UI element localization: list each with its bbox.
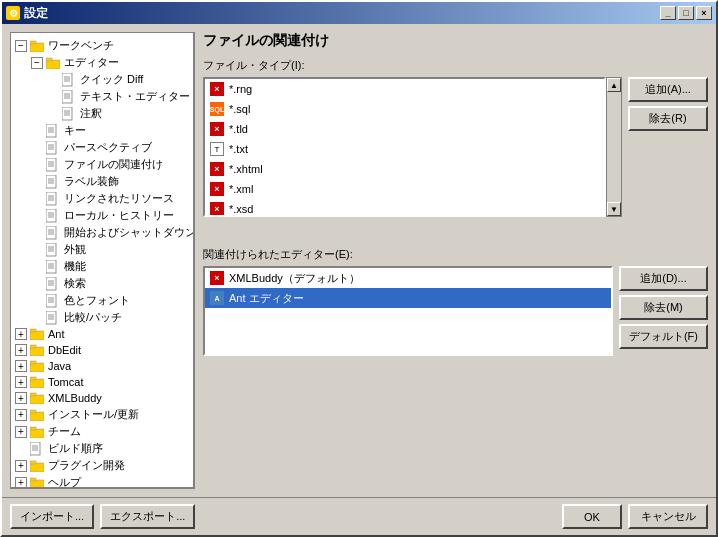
file-type-item[interactable]: ×*.tld [205, 119, 604, 139]
tree-leaf-spacer [31, 227, 43, 239]
file-type-label: *.sql [229, 103, 250, 115]
sidebar-item-label: エディター [64, 55, 119, 70]
file-type-item[interactable]: ×*.xml [205, 179, 604, 199]
sidebar-item-perspective[interactable]: パースペクティブ [11, 139, 193, 156]
file-type-item[interactable]: ×*.rng [205, 79, 604, 99]
minimize-button[interactable]: _ [660, 6, 676, 20]
file-type-label: *.xhtml [229, 163, 263, 175]
ok-button[interactable]: OK [562, 504, 622, 529]
tree-expand-icon[interactable]: + [15, 344, 27, 356]
sidebar-item-editor[interactable]: −エディター [11, 54, 193, 71]
sidebar-item-comparepatch[interactable]: 比較/パッチ [11, 309, 193, 326]
tree-expand-icon[interactable]: + [15, 360, 27, 372]
tree-leaf-spacer [31, 295, 43, 307]
cancel-button[interactable]: キャンセル [628, 504, 708, 529]
sidebar-item-java[interactable]: +Java [11, 358, 193, 374]
sidebar-item-texteditor[interactable]: テキスト・エディター [11, 88, 193, 105]
editor-item[interactable]: ×XMLBuddy（デフォルト） [205, 268, 611, 288]
file-type-icon: × [209, 201, 225, 217]
sidebar-item-comment[interactable]: 注釈 [11, 105, 193, 122]
sidebar-item-label: Tomcat [48, 376, 83, 388]
sidebar-item-quickdiff[interactable]: クイック Diff [11, 71, 193, 88]
sidebar-item-buildorder[interactable]: ビルド順序 [11, 440, 193, 457]
editor-icon: × [209, 270, 225, 286]
file-type-item[interactable]: ×*.xhtml [205, 159, 604, 179]
maximize-button[interactable]: □ [678, 6, 694, 20]
sidebar-item-plugindev[interactable]: +プラグイン開発 [11, 457, 193, 474]
tree-expand-icon[interactable]: + [15, 477, 27, 489]
file-type-item[interactable]: T*.txt [205, 139, 604, 159]
tree-item-icon [46, 226, 62, 240]
scrollbar-down[interactable]: ▼ [607, 202, 621, 216]
sidebar-item-ant[interactable]: +Ant [11, 326, 193, 342]
file-types-scrollbar[interactable]: ▲ ▼ [606, 77, 622, 217]
sidebar-item-label: 比較/パッチ [64, 310, 122, 325]
export-button[interactable]: エクスポート... [100, 504, 195, 529]
sidebar-item-dbedit[interactable]: +DbEdit [11, 342, 193, 358]
tree-expand-icon[interactable]: + [15, 376, 27, 388]
sidebar-item-labeldecorations[interactable]: ラベル装飾 [11, 173, 193, 190]
tree-expand-icon[interactable]: + [15, 460, 27, 472]
file-type-label: *.tld [229, 123, 248, 135]
file-type-item[interactable]: ×*.xsd [205, 199, 604, 217]
tree-leaf-spacer [31, 193, 43, 205]
tree-expand-icon[interactable]: + [15, 392, 27, 404]
file-types-list[interactable]: ×*.rngSQL*.sql×*.tldT*.txt×*.xhtml×*.xml… [203, 77, 606, 217]
sidebar-item-localhistory[interactable]: ローカル・ヒストリー [11, 207, 193, 224]
file-type-label: *.xsd [229, 203, 253, 215]
tree-expand-icon[interactable]: − [15, 40, 27, 52]
sidebar-item-label: 注釈 [80, 106, 102, 121]
sidebar-item-linkedresources[interactable]: リンクされたリソース [11, 190, 193, 207]
tree-leaf-spacer [31, 176, 43, 188]
sidebar-item-colorfonts[interactable]: 色とフォント [11, 292, 193, 309]
sidebar-item-label: リンクされたリソース [64, 191, 174, 206]
sidebar-item-label: ヘルプ [48, 475, 81, 489]
tree-leaf-spacer [47, 108, 59, 120]
sidebar-item-team[interactable]: +チーム [11, 423, 193, 440]
tree-item-icon [30, 391, 46, 405]
sidebar-item-appearance[interactable]: 外観 [11, 241, 193, 258]
sidebar-item-label: ファイルの関連付け [64, 157, 163, 172]
tree-expand-icon[interactable]: + [15, 409, 27, 421]
tree-expand-icon[interactable]: + [15, 328, 27, 340]
scrollbar-up[interactable]: ▲ [607, 78, 621, 92]
sidebar-item-functions[interactable]: 機能 [11, 258, 193, 275]
svg-rect-2 [46, 60, 60, 69]
add-filetype-button[interactable]: 追加(A)... [628, 77, 708, 102]
tree-item-icon [30, 343, 46, 357]
file-type-icon: T [209, 141, 225, 157]
sidebar-item-startupshutdown[interactable]: 開始およびシャットダウン [11, 224, 193, 241]
scrollbar-thumb[interactable] [607, 92, 621, 202]
tree-item-icon [30, 425, 46, 439]
default-editor-button[interactable]: デフォルト(F) [619, 324, 708, 349]
sidebar-item-label: 検索 [64, 276, 86, 291]
tree-leaf-spacer [31, 244, 43, 256]
svg-rect-66 [30, 347, 44, 356]
import-button[interactable]: インポート... [10, 504, 94, 529]
sidebar-item-keys[interactable]: キー [11, 122, 193, 139]
sidebar-item-label: プラグイン開発 [48, 458, 125, 473]
editors-list[interactable]: ×XMLBuddy（デフォルト）AAnt エディター [203, 266, 613, 356]
sidebar-item-xmlbuddy[interactable]: +XMLBuddy [11, 390, 193, 406]
remove-editor-button[interactable]: 除去(M) [619, 295, 708, 320]
tree-expand-icon[interactable]: − [31, 57, 43, 69]
tree-item-icon [30, 459, 46, 473]
file-type-item[interactable]: SQL*.sql [205, 99, 604, 119]
tree-item-icon [62, 90, 78, 104]
close-button[interactable]: × [696, 6, 712, 20]
sidebar-item-fileassoc[interactable]: ファイルの関連付け [11, 156, 193, 173]
sidebar-item-search[interactable]: 検索 [11, 275, 193, 292]
svg-rect-36 [46, 209, 56, 222]
add-editor-button[interactable]: 追加(D)... [619, 266, 708, 291]
editor-item[interactable]: AAnt エディター [205, 288, 611, 308]
bottom-bar: インポート... エクスポート... OK キャンセル [2, 497, 716, 535]
sidebar-item-installupdates[interactable]: +インストール/更新 [11, 406, 193, 423]
sidebar-item-workbench[interactable]: −ワークベンチ [11, 37, 193, 54]
sidebar-item-help[interactable]: +ヘルプ [11, 474, 193, 489]
tree-item-icon [30, 476, 46, 490]
tree-expand-icon[interactable]: + [15, 426, 27, 438]
svg-rect-85 [30, 478, 36, 481]
remove-filetype-button[interactable]: 除去(R) [628, 106, 708, 131]
sidebar-item-label: クイック Diff [80, 72, 143, 87]
sidebar-item-tomcat[interactable]: +Tomcat [11, 374, 193, 390]
